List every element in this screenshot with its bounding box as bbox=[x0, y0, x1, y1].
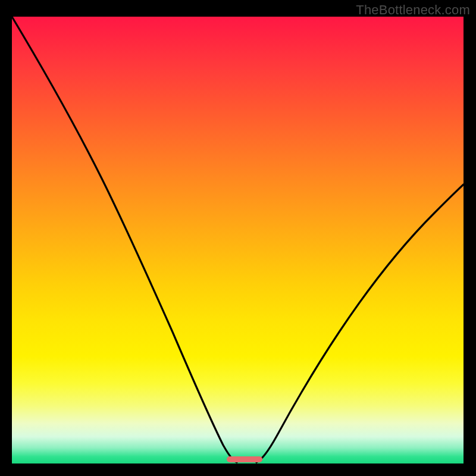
right-curve-path bbox=[256, 184, 464, 462]
bottleneck-curve bbox=[12, 17, 464, 464]
watermark-text: TheBottleneck.com bbox=[356, 2, 470, 18]
left-curve-path bbox=[12, 17, 237, 462]
plot-area bbox=[12, 17, 464, 464]
chart-frame: TheBottleneck.com bbox=[0, 0, 476, 476]
bottleneck-marker bbox=[227, 456, 262, 462]
